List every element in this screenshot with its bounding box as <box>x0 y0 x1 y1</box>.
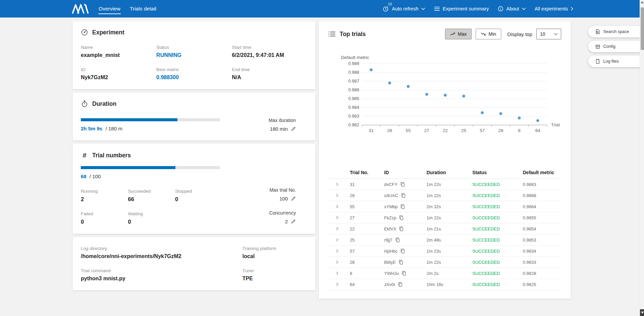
copy-icon[interactable] <box>400 249 405 254</box>
display-top-label: Display top <box>507 31 532 37</box>
expand-row-button[interactable] <box>335 260 350 264</box>
trial-metric-cell: 0.9868 <box>523 193 558 198</box>
experiment-summary-button[interactable]: Experiment summary <box>434 6 489 11</box>
field: Running 2 <box>81 189 120 202</box>
experiment-fields: Name example_mnist Status RUNNING Start … <box>81 45 307 81</box>
copy-icon[interactable] <box>398 282 403 287</box>
field: Status RUNNING <box>156 45 232 58</box>
setting-value: 100 <box>279 196 288 201</box>
edit-pencil-icon[interactable] <box>291 196 296 201</box>
all-experiments-label: All experiments <box>535 6 568 11</box>
scrollbar-track[interactable] <box>640 0 644 316</box>
chevron-right-icon <box>335 260 339 264</box>
trial-id: o4UAC <box>384 193 398 198</box>
search-space-label: Search space <box>603 29 629 34</box>
log-files-button[interactable]: Log files <box>588 56 644 67</box>
scroll-down-button[interactable] <box>640 309 644 316</box>
nni-logo <box>71 3 90 14</box>
expand-row-button[interactable] <box>335 216 350 220</box>
min-button[interactable]: Min <box>476 29 501 39</box>
field-label: ID <box>81 67 156 72</box>
scrollbar-thumb[interactable] <box>641 7 644 50</box>
chevron-down-icon <box>554 33 558 35</box>
svg-text:55: 55 <box>406 128 411 133</box>
search-space-button[interactable]: Search space <box>588 26 644 37</box>
copy-icon[interactable] <box>400 182 405 187</box>
panel-title: Experiment <box>92 29 124 36</box>
expand-row-button[interactable] <box>335 271 350 275</box>
copy-icon[interactable] <box>400 204 405 209</box>
edit-pencil-icon[interactable] <box>291 126 296 131</box>
trial-status-cell: SUCCEEDED <box>472 260 523 265</box>
column-header[interactable]: ID <box>384 170 427 175</box>
copy-icon[interactable] <box>399 226 404 231</box>
trial-duration-cell: 1m 21s <box>427 226 472 231</box>
trial-status-cell: SUCCEEDED <box>472 204 523 209</box>
svg-text:0.983: 0.983 <box>348 114 359 119</box>
field-label: Best metric <box>156 67 232 72</box>
auto-refresh-label: Auto refresh <box>392 6 418 11</box>
field-label: Succeeded <box>128 189 167 194</box>
field-label: Stopped <box>175 189 214 194</box>
trial-metric-cell: 0.9825 <box>523 282 558 287</box>
copy-icon[interactable] <box>399 215 404 220</box>
trial-id: HpHbc <box>384 249 398 254</box>
edit-pencil-icon[interactable] <box>291 219 296 224</box>
trial-count: 68 <box>81 173 87 179</box>
expand-row-button[interactable] <box>335 282 350 286</box>
copy-icon[interactable] <box>399 260 403 265</box>
about-menu[interactable]: About <box>498 6 526 12</box>
copy-icon[interactable] <box>401 193 406 198</box>
table-row: 22 EkfVX 1m 21s SUCCEEDED 0.9854 <box>328 223 561 234</box>
trial-duration-cell: 1m 22s <box>427 182 472 187</box>
column-header[interactable]: Trial No. <box>350 170 384 175</box>
top-nav: Overview Trials detail 10 Auto refresh E… <box>0 0 644 18</box>
expand-row-button[interactable] <box>335 238 350 242</box>
trial-status-cell: SUCCEEDED <box>472 226 523 231</box>
expand-row-button[interactable] <box>335 249 350 253</box>
all-experiments-link[interactable]: All experiments <box>535 6 573 11</box>
column-header[interactable]: Default metric <box>523 170 558 175</box>
display-top-select[interactable]: 10 <box>536 29 561 39</box>
field-value: 0.988300 <box>156 74 232 81</box>
column-header[interactable]: Status <box>472 170 523 175</box>
scroll-up-button[interactable] <box>641 1 644 4</box>
table-row: 31 dvCFY 1m 22s SUCCEEDED 0.9883 <box>328 179 561 190</box>
expand-row-button[interactable] <box>335 193 350 197</box>
svg-text:0.988: 0.988 <box>348 70 359 75</box>
trial-no-cell: 25 <box>350 238 384 243</box>
field-label: End time <box>232 67 307 72</box>
copy-icon[interactable] <box>395 238 400 243</box>
svg-text:0.982: 0.982 <box>348 122 359 127</box>
nav-tab[interactable]: Overview <box>98 4 121 14</box>
stopwatch-icon <box>81 100 88 107</box>
trial-no-cell: 55 <box>350 204 384 209</box>
trial-total-suffix: / 100 <box>90 173 101 179</box>
experiment-panel: Experiment Name example_mnist Status RUN… <box>73 21 315 89</box>
field-label: Waiting <box>128 211 167 216</box>
auto-refresh-menu[interactable]: 10 Auto refresh <box>382 5 425 12</box>
svg-text:Trial: Trial <box>551 122 560 127</box>
table-row: 27 FkZzp 1m 22s SUCCEEDED 0.9855 <box>328 212 561 223</box>
field-value: example_mnist <box>81 52 156 58</box>
expand-row-button[interactable] <box>335 182 350 186</box>
svg-text:57: 57 <box>480 128 485 133</box>
expand-row-button[interactable] <box>335 204 350 209</box>
column-header[interactable]: Duration <box>427 170 472 175</box>
setting-label: Max trial No. <box>256 187 296 193</box>
table-row: 57 HpHbc 1m 23s SUCCEEDED 0.9834 <box>328 246 561 257</box>
search-space-icon <box>595 29 600 34</box>
chevron-right-icon <box>571 7 573 11</box>
nav-tab[interactable]: Trials detail <box>130 4 157 14</box>
expand-row-button[interactable] <box>335 227 350 231</box>
max-button[interactable]: Max <box>445 29 472 39</box>
trials-progress-track <box>81 166 220 169</box>
field-value: 6/2/2021, 9:47:01 AM <box>232 52 307 58</box>
trial-duration-cell: 1m 22s <box>427 193 472 198</box>
config-button[interactable]: Config <box>588 41 644 52</box>
field-label: Tuner <box>242 268 307 273</box>
table-row: 8 YWHJu 2m 2s SUCCEEDED 0.9828 <box>328 268 561 279</box>
copy-icon[interactable] <box>402 271 406 276</box>
svg-text:64: 64 <box>535 128 541 133</box>
field-value: Nyk7GzM2 <box>81 74 156 81</box>
